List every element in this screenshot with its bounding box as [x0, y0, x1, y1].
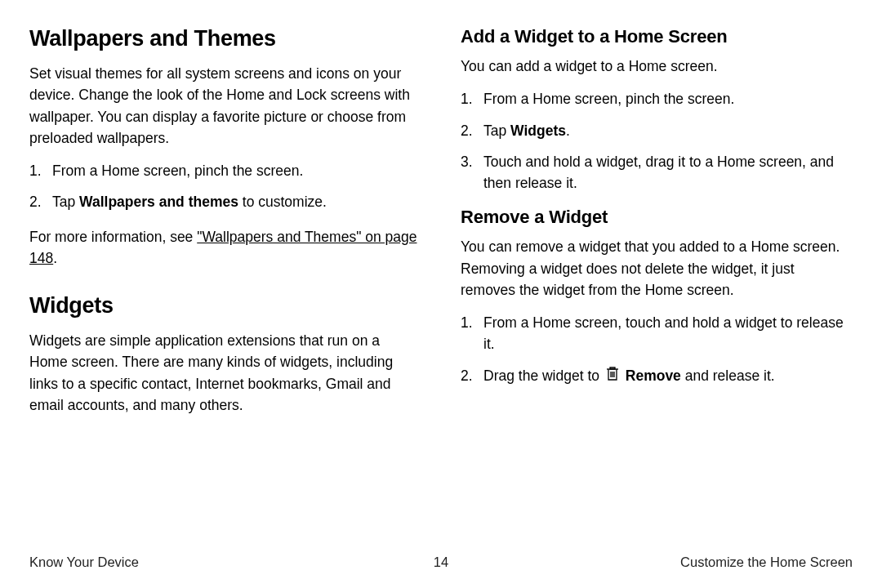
paragraph-wallpapers-intro: Set visual themes for all system screens…: [29, 63, 421, 149]
step-item: From a Home screen, pinch the screen.: [461, 88, 853, 109]
steps-wallpapers: From a Home screen, pinch the screen. Ta…: [29, 160, 421, 213]
heading-wallpapers-themes: Wallpapers and Themes: [29, 26, 421, 51]
page-footer: Know Your Device 14 Customize the Home S…: [29, 555, 853, 570]
page-number: 14: [434, 555, 448, 570]
page-content: Wallpapers and Themes Set visual themes …: [29, 26, 853, 536]
bold-text: Wallpapers and themes: [79, 194, 238, 210]
step-item: Drag the widget to Remove and release it…: [461, 365, 853, 388]
trash-icon: [605, 365, 620, 387]
paragraph-add-widget-intro: You can add a widget to a Home screen.: [461, 56, 853, 77]
left-column: Wallpapers and Themes Set visual themes …: [29, 26, 421, 536]
paragraph-widgets-intro: Widgets are simple application extension…: [29, 330, 421, 416]
heading-widgets: Widgets: [29, 293, 421, 318]
paragraph-remove-widget-intro: You can remove a widget that you added t…: [461, 236, 853, 301]
step-item: From a Home screen, touch and hold a wid…: [461, 312, 853, 355]
steps-add-widget: From a Home screen, pinch the screen. Ta…: [461, 88, 853, 194]
step-item: Tap Widgets.: [461, 120, 853, 141]
footer-left: Know Your Device: [29, 555, 139, 570]
heading-remove-widget: Remove a Widget: [461, 207, 853, 228]
step-item: Touch and hold a widget, drag it to a Ho…: [461, 151, 853, 194]
paragraph-more-info: For more information, see "Wallpapers an…: [29, 226, 421, 270]
step-item: Tap Wallpapers and themes to customize.: [29, 191, 421, 212]
bold-text: Widgets: [510, 122, 566, 139]
bold-text: Remove: [626, 368, 681, 384]
step-item: From a Home screen, pinch the screen.: [29, 160, 421, 181]
heading-add-widget: Add a Widget to a Home Screen: [461, 26, 853, 47]
steps-remove-widget: From a Home screen, touch and hold a wid…: [461, 312, 853, 388]
footer-right: Customize the Home Screen: [680, 555, 853, 570]
right-column: Add a Widget to a Home Screen You can ad…: [461, 26, 853, 536]
